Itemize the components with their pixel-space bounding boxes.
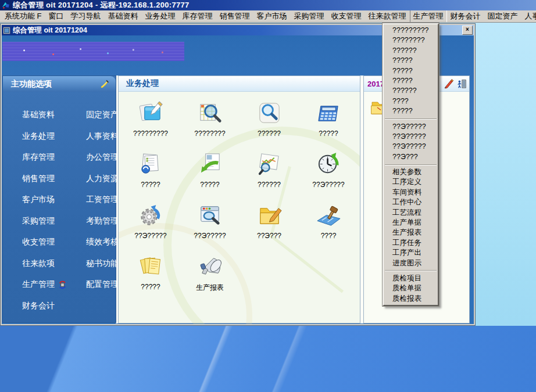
bow-arrow-icon[interactable] [99, 79, 110, 89]
close-button[interactable]: × [462, 26, 473, 35]
[object Object][interactable] [456, 78, 467, 89]
dropdown-menu-item[interactable]: ???????? [384, 35, 438, 45]
app-shortcut[interactable]: ???????? [180, 96, 240, 148]
app-shortcut[interactable]: ?????? [240, 148, 299, 199]
sidebar-item[interactable]: 办公管理 [86, 152, 119, 163]
dropdown-menu-item[interactable]: ??Э????? [384, 122, 438, 132]
menu-item[interactable]: 采购管理 [291, 10, 328, 23]
app-shortcut[interactable]: ??Э????? [121, 199, 180, 250]
app-shortcut[interactable]: ?????? [240, 96, 299, 148]
dropdown-menu-item[interactable]: 生产报表 [384, 228, 438, 238]
app-shortcut[interactable]: ???? [299, 199, 358, 250]
app-shortcut[interactable]: ????? [121, 250, 180, 301]
main-panel-title: 业务处理 [119, 78, 159, 89]
sidebar-row: 业务处理 人事资料 [3, 126, 116, 148]
megaphone-icon [196, 253, 224, 280]
dropdown-menu-item[interactable]: 工作中心 [384, 197, 438, 207]
sidebar-item[interactable]: 收支管理 [22, 237, 86, 247]
dropdown-menu-item[interactable]: 生产单据 [384, 218, 438, 228]
menu-item[interactable]: 库存管理 [179, 10, 216, 23]
dropdown-menu-item[interactable]: 工序任务 [384, 238, 438, 248]
sidebar-item[interactable]: 人力资源 [86, 174, 119, 184]
menu-item[interactable]: 人事资料 [521, 10, 536, 23]
dropdown-menu-item[interactable]: ????????? [384, 26, 438, 35]
menu-item[interactable]: 窗口 [45, 10, 67, 23]
app-shortcut-label: ??Э????? [134, 232, 166, 240]
gavel-map-icon [315, 202, 342, 229]
dropdown-menu-item [384, 117, 438, 122]
menu-item[interactable]: 系统功能 F [1, 10, 45, 23]
sidebar-item[interactable]: 客户市场 [22, 195, 86, 205]
sidebar-item[interactable]: 往来款项 [22, 258, 86, 269]
sidebar-item[interactable]: 秘书功能 [86, 258, 119, 269]
dropdown-menu-item[interactable]: ????? [384, 56, 438, 66]
dropdown-menu-item[interactable]: 工艺流程 [384, 208, 438, 218]
dropdown-menu-item[interactable]: 进度图示 [384, 258, 438, 268]
dropdown-menu-item[interactable]: 工序定义 [384, 177, 438, 187]
sidebar-item-label: 秘书功能 [86, 258, 119, 269]
menu-item[interactable]: 收支管理 [328, 10, 365, 23]
dropdown-menu-item[interactable]: ??Э??? [384, 152, 438, 162]
sidebar-item[interactable]: 工资管理 [86, 195, 119, 205]
dropdown-menu-item[interactable]: 质检单据 [384, 283, 438, 293]
app-title-bar[interactable]: 综合管理 oit 20171204 - 远程-192.168.1.200:777… [0, 0, 536, 10]
dropdown-menu-item[interactable]: ?????? [384, 86, 438, 96]
app-shortcut[interactable]: ????? [299, 96, 358, 148]
sidebar-item[interactable]: 业务处理 [22, 131, 86, 142]
dropdown-menu-item[interactable]: ????? [384, 76, 438, 86]
app-shortcut-label: ????????? [133, 130, 168, 138]
dropdown-menu-item[interactable]: ??Э????? [384, 132, 438, 142]
menu-item[interactable]: 固定资产 [484, 10, 521, 23]
sidebar-item[interactable]: 基础资料 [22, 110, 86, 120]
app-shortcut[interactable]: ??Э??? [240, 199, 299, 250]
menu-item[interactable]: 客户市场 [253, 10, 291, 23]
sidebar-item[interactable]: 考勤管理 [86, 216, 119, 226]
dropdown-menu-item[interactable]: 质检报表 [384, 294, 438, 304]
menu-item[interactable]: 生产管理 [410, 10, 447, 23]
dropdown-menu-item[interactable]: ???? [384, 96, 438, 106]
menu-item[interactable]: 往来款管理 [365, 10, 410, 23]
app-shortcut[interactable]: ??Э????? [299, 148, 358, 199]
sidebar-item[interactable]: 配置管理 [86, 279, 119, 290]
sidebar-row: 往来款项 秘书功能 [3, 253, 116, 275]
app-shortcut[interactable]: ????????? [121, 96, 180, 148]
sidebar-item[interactable]: 人事资料 [86, 131, 119, 142]
dropdown-menu-item[interactable]: ????? [384, 66, 438, 76]
menu-bar: 系统功能 F窗口学习导航基础资料业务处理库存管理销售管理客户市场采购管理收支管理… [0, 10, 536, 23]
app-shortcut[interactable]: ????? [180, 148, 240, 199]
dropdown-menu-item[interactable]: 质检项目 [384, 274, 438, 283]
app-title: 综合管理 oit 20171204 - 远程-192.168.1.200:777… [13, 0, 190, 10]
dropdown-menu-item[interactable]: ??Э????? [384, 142, 438, 152]
menu-item[interactable]: 财务会计 [447, 10, 484, 23]
dropdown-menu-item[interactable]: 车间资料 [384, 188, 438, 197]
sidebar-row: 财务会计 [3, 296, 116, 317]
sidebar-item[interactable]: 固定资产 [86, 110, 119, 120]
sidebar-item-label: 往来款项 [22, 258, 55, 269]
desktop-background: { "title_bar": { "title": "综合管理 oit 2017… [0, 0, 536, 392]
menu-item[interactable]: 业务处理 [142, 10, 179, 23]
doc-return-icon [196, 150, 224, 178]
sidebar-item[interactable]: 绩效考核 [86, 237, 119, 247]
[object Object][interactable] [444, 78, 454, 89]
sidebar-item[interactable]: 采购管理 [22, 216, 86, 226]
dropdown-menu-item[interactable]: ????? [384, 106, 438, 116]
app-shortcut[interactable]: ????? [121, 148, 180, 199]
app-shortcut-label: ????? [141, 283, 160, 291]
sidebar-item-label: 人力资源 [86, 174, 119, 184]
dropdown-menu-item[interactable]: 工序产出 [384, 248, 438, 258]
dropdown-menu-item[interactable]: 相关参数 [384, 167, 438, 177]
menu-item[interactable]: 学习导航 [67, 10, 105, 23]
dropdown-menu-item[interactable]: ?????? [384, 46, 438, 56]
sidebar-item[interactable]: 销售管理 [22, 174, 86, 184]
app-shortcut[interactable]: 生产报表 [180, 250, 240, 301]
sidebar-item[interactable]: 财务会计 [22, 301, 86, 311]
sidebar-item[interactable]: 生产管理 [22, 279, 86, 290]
sidebar-item-label: 生产管理 [22, 279, 55, 290]
app-shortcut-label: ??Э????? [312, 181, 344, 189]
menu-item[interactable]: 基础资料 [105, 10, 142, 23]
app-shortcut[interactable]: ??Э????? [180, 199, 240, 250]
sidebar-row: 销售管理 人力资源 [3, 168, 116, 190]
sidebar-item-label: 客户市场 [22, 195, 55, 205]
menu-item[interactable]: 销售管理 [216, 10, 253, 23]
sidebar-item[interactable]: 库存管理 [22, 152, 86, 163]
